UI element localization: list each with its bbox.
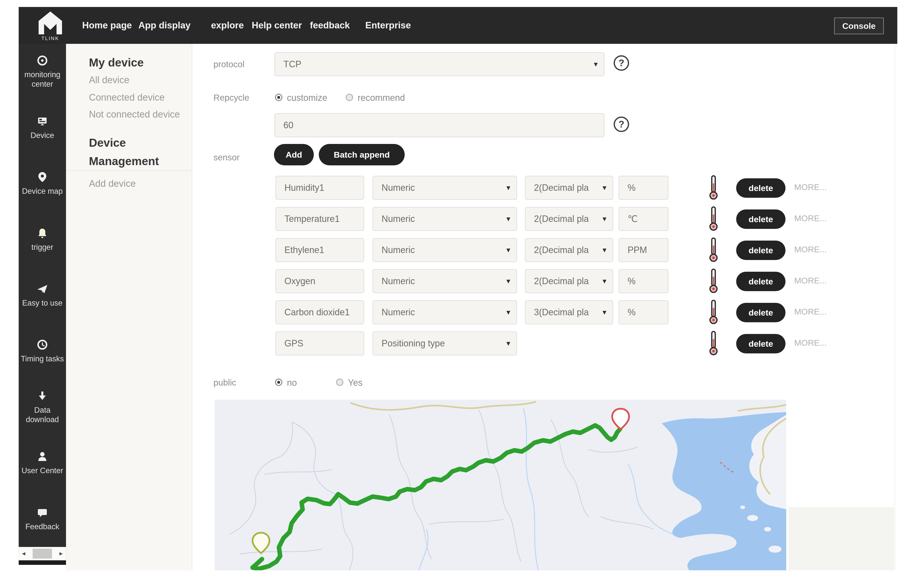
scroll-left-icon[interactable]: ◄ bbox=[21, 551, 26, 557]
sensor-row: Numeric ▼ 2(Decimal pla ▼ delete MORE... bbox=[192, 176, 897, 200]
sensor-name-input[interactable] bbox=[276, 331, 364, 355]
sidebar-bottom-bar bbox=[19, 561, 66, 565]
sensor-decimal-select[interactable]: 3(Decimal pla ▼ bbox=[525, 300, 613, 324]
sensor-type-value: Numeric bbox=[381, 214, 415, 224]
public-no-label[interactable]: no bbox=[287, 378, 297, 388]
sensor-decimal-value: 2(Decimal pla bbox=[534, 214, 589, 224]
sensor-name-input[interactable] bbox=[276, 300, 364, 324]
protocol-help-icon[interactable]: ? bbox=[613, 55, 629, 71]
caret-down-icon: ▼ bbox=[505, 340, 512, 347]
sensor-type-select[interactable]: Numeric ▼ bbox=[373, 269, 517, 293]
thermometer-icon[interactable] bbox=[709, 206, 718, 231]
thermometer-icon[interactable] bbox=[709, 268, 718, 294]
icon-sidebar: monitoring center Device Device map tr bbox=[19, 44, 66, 547]
sensor-type-select[interactable]: Numeric ▼ bbox=[373, 176, 517, 200]
sensor-decimal-select[interactable]: 2(Decimal pla ▼ bbox=[525, 207, 613, 231]
sensor-unit-input[interactable] bbox=[619, 207, 668, 231]
delete-button[interactable]: delete bbox=[736, 178, 786, 198]
sidebar-item-timing-tasks[interactable]: Timing tasks bbox=[19, 323, 66, 379]
sensor-unit-input[interactable] bbox=[619, 269, 668, 293]
caret-down-icon: ▼ bbox=[505, 184, 512, 192]
nav-enterprise[interactable]: Enterprise bbox=[365, 20, 411, 31]
caret-down-icon: ▼ bbox=[505, 246, 512, 254]
sidebar-item-data-download[interactable]: Data download bbox=[19, 379, 66, 435]
sidebar-item-device-map[interactable]: Device map bbox=[19, 156, 66, 212]
delete-button[interactable]: delete bbox=[736, 303, 786, 322]
protocol-select[interactable]: TCP ▼ bbox=[274, 52, 604, 76]
more-link[interactable]: MORE... bbox=[794, 245, 826, 254]
more-link[interactable]: MORE... bbox=[794, 338, 826, 348]
chat-icon bbox=[36, 507, 48, 519]
thermometer-icon[interactable] bbox=[709, 237, 718, 262]
sidebar-item-device[interactable]: Device bbox=[19, 100, 66, 155]
svg-text:TLINK: TLINK bbox=[41, 36, 59, 41]
public-yes-label[interactable]: Yes bbox=[348, 378, 363, 388]
sidebar-item-monitoring-center[interactable]: monitoring center bbox=[19, 44, 66, 100]
sensor-name-input[interactable] bbox=[276, 238, 364, 262]
tlink-logo[interactable]: TLINK bbox=[35, 10, 66, 41]
more-link[interactable]: MORE... bbox=[794, 182, 826, 192]
repcycle-value-input[interactable] bbox=[274, 113, 604, 137]
sensor-decimal-select[interactable]: 2(Decimal pla ▼ bbox=[525, 176, 613, 200]
sensor-name-input[interactable] bbox=[276, 269, 364, 293]
menu-item-not-connected-device[interactable]: Not connected device bbox=[89, 109, 180, 120]
download-icon bbox=[36, 390, 48, 402]
delete-button[interactable]: delete bbox=[736, 241, 786, 260]
sensor-unit-input[interactable] bbox=[619, 238, 668, 262]
sensor-type-select[interactable]: Numeric ▼ bbox=[373, 207, 517, 231]
nav-app-display[interactable]: App display bbox=[138, 20, 190, 31]
sensor-unit-input[interactable] bbox=[619, 176, 668, 200]
public-no-radio[interactable] bbox=[275, 378, 282, 386]
clock-icon bbox=[36, 339, 48, 351]
sensor-row: Numeric ▼ 2(Decimal pla ▼ delete MORE... bbox=[192, 269, 897, 293]
thermometer-icon[interactable] bbox=[709, 299, 718, 325]
scrollbar-thumb[interactable] bbox=[32, 549, 52, 559]
repcycle-recommend-radio[interactable] bbox=[345, 94, 353, 101]
top-navigation-bar: TLINK Home page App display explore Help… bbox=[19, 7, 897, 44]
more-link[interactable]: MORE... bbox=[794, 276, 826, 285]
menu-item-connected-device[interactable]: Connected device bbox=[89, 92, 165, 103]
caret-down-icon: ▼ bbox=[505, 215, 512, 223]
sidebar-item-easy-to-use[interactable]: Easy to use bbox=[19, 268, 66, 323]
nav-help-center[interactable]: Help center bbox=[252, 20, 302, 31]
sidebar-item-user-center[interactable]: User Center bbox=[19, 435, 66, 491]
caret-down-icon: ▼ bbox=[592, 61, 599, 68]
sensor-row: Numeric ▼ 3(Decimal pla ▼ delete MORE... bbox=[192, 300, 897, 324]
sidebar-item-feedback[interactable]: Feedback bbox=[19, 491, 66, 547]
repcycle-recommend-label[interactable]: recommend bbox=[358, 93, 405, 103]
delete-button[interactable]: delete bbox=[736, 272, 786, 291]
repcycle-customize-radio[interactable] bbox=[275, 94, 282, 101]
delete-button[interactable]: delete bbox=[736, 210, 786, 229]
sensor-type-select[interactable]: Numeric ▼ bbox=[373, 300, 517, 324]
sensor-type-select[interactable]: Positioning type ▼ bbox=[373, 331, 517, 355]
logo-icon: TLINK bbox=[35, 10, 66, 41]
batch-append-button[interactable]: Batch append bbox=[319, 144, 405, 165]
nav-home-page[interactable]: Home page bbox=[82, 20, 132, 31]
console-button[interactable]: Console bbox=[834, 18, 884, 34]
sidebar-horizontal-scrollbar[interactable]: ◄ ► bbox=[19, 547, 66, 561]
public-yes-radio[interactable] bbox=[336, 378, 344, 386]
menu-item-add-device[interactable]: Add device bbox=[89, 178, 136, 189]
sensor-name-input[interactable] bbox=[276, 207, 364, 231]
nav-feedback[interactable]: feedback bbox=[310, 20, 350, 31]
more-link[interactable]: MORE... bbox=[794, 307, 826, 317]
repcycle-help-icon[interactable]: ? bbox=[613, 116, 629, 132]
sensor-row: Positioning type ▼ delete MORE... bbox=[192, 331, 897, 355]
delete-button[interactable]: delete bbox=[736, 334, 786, 354]
scroll-right-icon[interactable]: ► bbox=[58, 551, 64, 557]
gps-route-map[interactable] bbox=[215, 400, 786, 570]
repcycle-customize-label[interactable]: customize bbox=[287, 93, 327, 103]
caret-down-icon: ▼ bbox=[601, 309, 608, 316]
sensor-unit-input[interactable] bbox=[619, 300, 668, 324]
sensor-name-input[interactable] bbox=[276, 176, 364, 200]
menu-item-all-device[interactable]: All device bbox=[89, 75, 129, 86]
thermometer-icon[interactable] bbox=[709, 331, 718, 356]
sensor-decimal-select[interactable]: 2(Decimal pla ▼ bbox=[525, 238, 613, 262]
add-sensor-button[interactable]: Add bbox=[274, 144, 314, 165]
sensor-type-select[interactable]: Numeric ▼ bbox=[373, 238, 517, 262]
nav-explore[interactable]: explore bbox=[211, 20, 244, 31]
sensor-decimal-select[interactable]: 2(Decimal pla ▼ bbox=[525, 269, 613, 293]
sidebar-item-trigger[interactable]: trigger bbox=[19, 212, 66, 267]
thermometer-icon[interactable] bbox=[709, 175, 718, 200]
more-link[interactable]: MORE... bbox=[794, 213, 826, 223]
